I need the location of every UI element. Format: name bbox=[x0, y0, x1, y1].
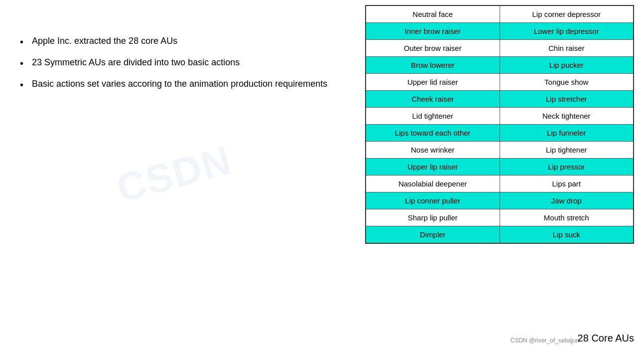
table-cell-right: Tongue show bbox=[500, 74, 634, 91]
left-panel: CSDN Apple Inc. extracted the 28 core AU… bbox=[0, 0, 349, 349]
table-cell-right: Mouth stretch bbox=[500, 209, 634, 226]
table-row: Outer brow raiserChin raiser bbox=[366, 40, 634, 57]
table-cell-right: Lip pressor bbox=[500, 159, 634, 175]
table-row: Brow lowererLip pucker bbox=[366, 57, 634, 74]
bullet-item: Basic actions set varies accoring to the… bbox=[20, 78, 329, 90]
table-cell-left: Upper lip raiser bbox=[366, 159, 500, 175]
table-row: Inner brow raiserLower lip depressor bbox=[366, 23, 634, 40]
table-cell-left: Inner brow raiser bbox=[366, 23, 500, 40]
bullet-item: 23 Symmetric AUs are divided into two ba… bbox=[20, 56, 329, 69]
footer-credit: CSDN @river_of_sebajun bbox=[511, 337, 579, 344]
table-row: Upper lip raiserLip pressor bbox=[366, 159, 634, 175]
table-cell-right: Lip corner depressor bbox=[500, 5, 634, 23]
table-cell-left: Nose wrinker bbox=[366, 142, 500, 159]
table-row: Lip conner pullerJaw drop bbox=[366, 192, 634, 209]
table-cell-right: Chin raiser bbox=[500, 40, 634, 57]
table-cell-right: Lip funneler bbox=[500, 125, 634, 142]
table-cell-left: Outer brow raiser bbox=[366, 40, 500, 57]
table-cell-right: Neck tightener bbox=[500, 108, 634, 125]
table-row: Neutral faceLip corner depressor bbox=[366, 5, 634, 23]
table-cell-right: Lip stretcher bbox=[500, 91, 634, 108]
table-cell-left: Cheek raiser bbox=[366, 91, 500, 108]
table-row: Lips toward each otherLip funneler bbox=[366, 125, 634, 142]
table-row: Nose wrinkerLip tightener bbox=[366, 142, 634, 159]
table-row: DimplerLip suck bbox=[366, 226, 634, 244]
table-cell-left: Dimpler bbox=[366, 226, 500, 244]
table-row: Cheek raiserLip stretcher bbox=[366, 91, 634, 108]
table-cell-right: Lip suck bbox=[500, 226, 634, 244]
table-cell-right: Lip pucker bbox=[500, 57, 634, 74]
table-cell-left: Nasolabial deepener bbox=[366, 175, 500, 192]
table-cell-left: Brow lowerer bbox=[366, 57, 500, 74]
table-cell-left: Lip conner puller bbox=[366, 192, 500, 209]
table-cell-left: Lips toward each other bbox=[366, 125, 500, 142]
table-cell-right: Jaw drop bbox=[500, 192, 634, 209]
table-cell-left: Sharp lip puller bbox=[366, 209, 500, 226]
au-table: Neutral faceLip corner depressorInner br… bbox=[365, 5, 634, 244]
table-row: Lid tightenerNeck tightener bbox=[366, 108, 634, 125]
bullet-list: Apple Inc. extracted the 28 core AUs23 S… bbox=[20, 35, 329, 91]
table-cell-right: Lip tightener bbox=[500, 142, 634, 159]
right-panel: Neutral faceLip corner depressorInner br… bbox=[355, 0, 644, 349]
table-cell-right: Lips part bbox=[500, 175, 634, 192]
bullet-item: Apple Inc. extracted the 28 core AUs bbox=[20, 35, 329, 47]
table-cell-right: Lower lip depressor bbox=[500, 23, 634, 40]
table-row: Upper lid raiserTongue show bbox=[366, 74, 634, 91]
footer-text: 28 Core AUs bbox=[578, 333, 634, 344]
table-row: Sharp lip pullerMouth stretch bbox=[366, 209, 634, 226]
watermark: CSDN bbox=[112, 137, 237, 212]
table-cell-left: Lid tightener bbox=[366, 108, 500, 125]
table-row: Nasolabial deepenerLips part bbox=[366, 175, 634, 192]
table-cell-left: Neutral face bbox=[366, 5, 500, 23]
table-cell-left: Upper lid raiser bbox=[366, 74, 500, 91]
